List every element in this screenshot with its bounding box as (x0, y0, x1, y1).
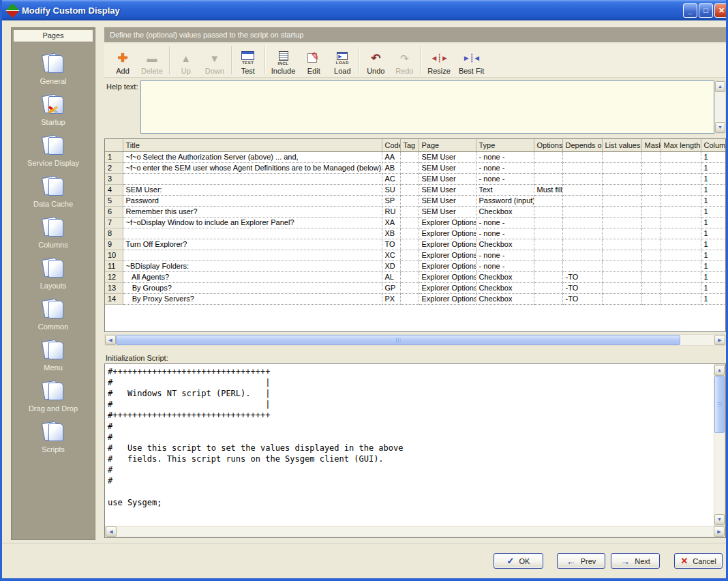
grid-cell[interactable]: - none - (476, 173, 534, 184)
grid-cell[interactable]: SEM User (419, 195, 476, 206)
sidebar-item-service-display[interactable]: Service Display (12, 131, 95, 172)
row-number-cell[interactable]: 11 (105, 260, 123, 271)
grid-cell[interactable]: Password (123, 195, 382, 206)
grid-cell[interactable] (562, 239, 602, 250)
close-button[interactable]: ✕ (714, 3, 728, 18)
grid-cell[interactable] (661, 162, 701, 173)
undo-button[interactable]: ↶Undo (361, 44, 390, 77)
grid-cell[interactable] (400, 151, 419, 162)
scroll-thumb[interactable] (116, 335, 680, 345)
column-header-title[interactable]: Title (123, 139, 382, 151)
delete-button[interactable]: ▬Delete (137, 44, 167, 77)
grid-cell[interactable] (602, 217, 641, 228)
help-text-input[interactable] (140, 80, 714, 134)
grid-cell[interactable]: 1 (701, 162, 726, 173)
grid-cell[interactable] (562, 195, 602, 206)
scroll-up-button[interactable]: ▲ (715, 81, 725, 92)
test-button[interactable]: TESTTest (234, 44, 262, 77)
grid-cell[interactable] (534, 151, 562, 162)
grid-cell[interactable]: AA (382, 151, 400, 162)
grid-cell[interactable] (534, 239, 562, 250)
grid-cell[interactable]: 1 (701, 282, 726, 293)
best-fit-button[interactable]: ►┊◄Best Fit (455, 44, 488, 77)
scroll-right-button[interactable]: ▶ (714, 526, 725, 537)
grid-cell[interactable] (400, 282, 419, 293)
grid-cell[interactable] (661, 260, 701, 271)
grid-cell[interactable]: RU (382, 206, 400, 217)
grid-cell[interactable]: -TO (562, 271, 602, 282)
grid-cell[interactable]: 1 (701, 250, 726, 260)
grid-cell[interactable] (602, 206, 641, 217)
grid-cell[interactable] (602, 151, 641, 162)
column-header-tag[interactable]: Tag (400, 139, 419, 151)
grid-cell[interactable] (641, 282, 661, 293)
grid-cell[interactable] (602, 293, 641, 304)
row-number-cell[interactable]: 6 (105, 206, 123, 217)
grid-cell[interactable] (534, 250, 562, 260)
grid-cell[interactable] (661, 173, 701, 184)
grid-cell[interactable] (641, 162, 661, 173)
grid-cell[interactable]: ~f~o Select the Authorization Server (ab… (123, 151, 382, 162)
grid-cell[interactable]: SEM User (419, 151, 476, 162)
grid-cell[interactable] (400, 206, 419, 217)
minimize-button[interactable]: _ (683, 3, 697, 18)
grid-cell[interactable]: GP (382, 282, 400, 293)
grid-horizontal-scrollbar[interactable]: ◀ ▶ (104, 334, 726, 346)
grid-cell[interactable]: SEM User (419, 162, 476, 173)
grid-cell[interactable] (641, 184, 661, 195)
grid-cell[interactable]: - none - (476, 250, 534, 260)
column-header-code[interactable]: Code (382, 139, 400, 151)
app-icon[interactable] (5, 3, 20, 17)
scroll-thumb[interactable] (714, 376, 725, 433)
grid-cell[interactable]: AC (382, 173, 400, 184)
pages-header[interactable]: Pages (13, 29, 93, 42)
down-button[interactable]: ▼Down (200, 44, 229, 77)
ok-button[interactable]: ✓OK (494, 553, 543, 569)
grid-cell[interactable]: Must fill (534, 184, 562, 195)
grid-cell[interactable]: SU (382, 184, 400, 195)
column-header-column[interactable]: Column (701, 139, 726, 151)
grid-cell[interactable] (400, 228, 419, 239)
grid-cell[interactable] (562, 173, 602, 184)
scroll-track[interactable] (714, 376, 725, 514)
grid-cell[interactable]: Explorer Options (419, 239, 476, 250)
grid-cell[interactable] (661, 250, 701, 260)
grid-cell[interactable] (400, 239, 419, 250)
row-number-cell[interactable]: 7 (105, 217, 123, 228)
grid-cell[interactable] (562, 162, 602, 173)
grid-cell[interactable]: XB (382, 228, 400, 239)
grid-cell[interactable] (661, 195, 701, 206)
sidebar-item-layouts[interactable]: Layouts (12, 254, 95, 295)
grid-cell[interactable]: 1 (701, 151, 726, 162)
column-header-type[interactable]: Type (476, 139, 534, 151)
row-number-cell[interactable]: 14 (105, 293, 123, 304)
grid-cell[interactable] (641, 195, 661, 206)
grid-cell[interactable]: Turn Off Explorer? (123, 239, 382, 250)
grid-cell[interactable]: - none - (476, 217, 534, 228)
row-number-cell[interactable]: 13 (105, 282, 123, 293)
scroll-left-button[interactable]: ◀ (105, 335, 116, 345)
grid-cell[interactable] (641, 173, 661, 184)
grid-cell[interactable] (534, 228, 562, 239)
grid-cell[interactable]: Remember this user? (123, 206, 382, 217)
grid-cell[interactable] (602, 228, 641, 239)
grid-cell[interactable] (661, 293, 701, 304)
grid-cell[interactable]: 1 (701, 206, 726, 217)
sidebar-item-columns[interactable]: Columns (12, 213, 95, 254)
grid-cell[interactable] (123, 173, 382, 184)
grid-cell[interactable]: AB (382, 162, 400, 173)
grid-cell[interactable] (534, 271, 562, 282)
grid-cell[interactable]: Explorer Options (419, 217, 476, 228)
grid-cell[interactable]: Checkbox (476, 271, 534, 282)
row-number-cell[interactable]: 2 (105, 162, 123, 173)
sidebar-item-common[interactable]: Common (12, 295, 95, 336)
grid-cell[interactable]: Explorer Options (419, 228, 476, 239)
grid-cell[interactable]: Explorer Options (419, 271, 476, 282)
grid-cell[interactable] (602, 271, 641, 282)
grid-cell[interactable] (562, 260, 602, 271)
grid-cell[interactable]: Text (476, 184, 534, 195)
grid-cell[interactable]: All Agents? (123, 271, 382, 282)
sidebar-item-data-cache[interactable]: Data Cache (12, 172, 95, 213)
row-number-cell[interactable]: 5 (105, 195, 123, 206)
grid-cell[interactable] (534, 282, 562, 293)
